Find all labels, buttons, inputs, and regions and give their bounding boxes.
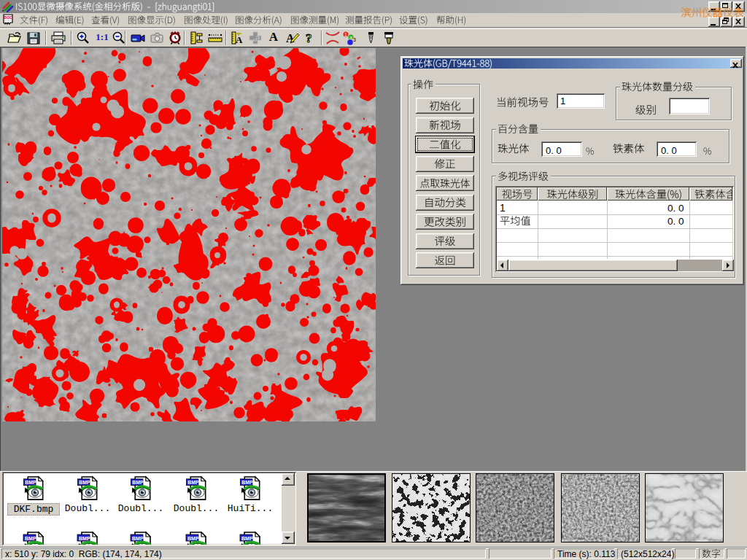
svg-text:a: a: [349, 35, 352, 40]
svg-text:?: ?: [306, 31, 312, 45]
svg-text:DOC: DOC: [4, 15, 12, 20]
svg-text:1: 1: [344, 32, 347, 37]
svg-text:A: A: [236, 34, 243, 45]
svg-text:3: 3: [353, 37, 356, 42]
